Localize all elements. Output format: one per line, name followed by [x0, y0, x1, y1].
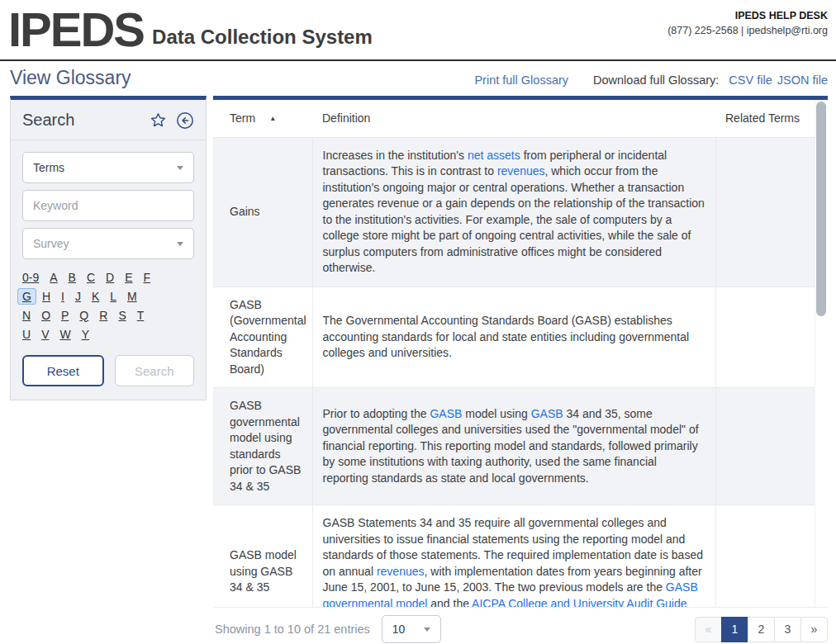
letter-link-u[interactable]: U: [22, 328, 31, 341]
csv-file-link[interactable]: CSV file: [729, 73, 772, 87]
brand: IPEDS Data Collection System: [8, 5, 373, 54]
glossary-actions: Print full Glossary Download full Glossa…: [474, 73, 828, 89]
table-scrollbar-track[interactable]: [815, 100, 828, 607]
search-button[interactable]: Search: [115, 355, 195, 386]
showing-entries-text: Showing 1 to 10 of 21 entries: [215, 623, 370, 636]
chevron-down-icon: [424, 627, 430, 632]
letter-link-q[interactable]: Q: [79, 309, 88, 322]
glossary-row: GainsIncreases in the institution's net …: [213, 137, 815, 286]
pagination-page-2-button[interactable]: 2: [748, 617, 775, 642]
brand-subtitle: Data Collection System: [152, 26, 373, 49]
letter-link-g[interactable]: G: [17, 288, 36, 305]
letter-link-r[interactable]: R: [99, 309, 107, 322]
letter-link-t[interactable]: T: [137, 309, 145, 322]
search-panel: Search Terms Survey 0-9ABCDEFGHIJKLMNOPQ…: [10, 96, 207, 400]
letter-link-k[interactable]: K: [92, 290, 99, 303]
page-bar: View Glossary Print full Glossary Downlo…: [0, 61, 836, 96]
help-desk-contact[interactable]: (877) 225-2568 | ipedshelp@rti.org: [667, 25, 828, 36]
reset-button[interactable]: Reset: [22, 355, 104, 386]
survey-dropdown-placeholder: Survey: [33, 237, 69, 250]
term-cell: GASB governmental model using standards …: [213, 388, 312, 505]
keyword-input[interactable]: [22, 190, 194, 221]
pagination-page-1-button[interactable]: 1: [721, 617, 748, 642]
sort-ascending-icon: ▲: [269, 115, 276, 122]
letter-link-p[interactable]: P: [61, 309, 69, 322]
column-header-term[interactable]: Term▲: [213, 100, 312, 137]
letter-link-v[interactable]: V: [41, 328, 49, 341]
letter-link-c[interactable]: C: [87, 271, 95, 284]
terms-dropdown-value: Terms: [33, 161, 64, 174]
download-full-glossary-label: Download full Glossary:: [593, 73, 719, 87]
pagination-next-button[interactable]: »: [800, 617, 828, 642]
letter-link-s[interactable]: S: [118, 309, 126, 322]
page-size-dropdown[interactable]: 10: [382, 615, 441, 643]
survey-dropdown[interactable]: Survey: [22, 228, 194, 259]
glossary-row: GASB (Governmental Accounting Standards …: [213, 286, 815, 388]
pagination-prev-button[interactable]: «: [695, 617, 722, 642]
related-terms-cell: [715, 137, 815, 286]
related-terms-cell: [715, 505, 815, 608]
chevron-down-icon: [177, 242, 183, 246]
letter-link-l[interactable]: L: [110, 290, 116, 303]
print-full-glossary-link[interactable]: Print full Glossary: [474, 73, 568, 87]
term-cell: Gains: [213, 137, 312, 286]
table-footer: Showing 1 to 10 of 21 entries 10 «123»: [213, 608, 828, 644]
letter-link-f[interactable]: F: [144, 271, 151, 284]
help-desk-title: IPEDS HELP DESK: [667, 10, 828, 21]
glossary-main: Term▲ Definition Related Terms GainsIncr…: [213, 96, 828, 644]
pagination-page-3-button[interactable]: 3: [774, 617, 801, 642]
pagination: «123»: [695, 617, 828, 642]
table-header-row: Term▲ Definition Related Terms: [213, 100, 815, 137]
letter-link-w[interactable]: W: [59, 328, 70, 341]
definition-cell: The Governmental Accounting Standards Bo…: [312, 286, 715, 388]
term-cell: GASB (Governmental Accounting Standards …: [213, 286, 312, 388]
definition-term-link[interactable]: GASB: [531, 407, 563, 420]
search-panel-body: Terms Survey 0-9ABCDEFGHIJKLMNOPQRSTUVWY…: [11, 140, 206, 400]
glossary-row: GASB governmental model using standards …: [213, 388, 815, 505]
letter-link-d[interactable]: D: [106, 271, 114, 284]
help-desk: IPEDS HELP DESK (877) 225-2568 | ipedshe…: [667, 5, 828, 36]
letter-link-y[interactable]: Y: [82, 328, 89, 341]
favorite-star-icon[interactable]: [150, 111, 167, 129]
letter-link-0-9[interactable]: 0-9: [22, 271, 39, 284]
content: Search Terms Survey 0-9ABCDEFGHIJKLMNOPQ…: [0, 96, 836, 644]
related-terms-cell: [715, 388, 815, 505]
definition-cell: GASB Statements 34 and 35 require all go…: [312, 505, 715, 608]
letter-link-h[interactable]: H: [42, 290, 50, 303]
glossary-row: GASB model using GASB 34 & 35GASB Statem…: [213, 505, 815, 608]
letter-link-j[interactable]: J: [75, 290, 81, 303]
definition-term-link[interactable]: revenues: [377, 565, 425, 578]
definition-term-link[interactable]: GASB: [430, 407, 462, 420]
letter-link-i[interactable]: I: [61, 290, 64, 303]
collapse-panel-arrow-icon[interactable]: [176, 111, 194, 130]
terms-dropdown[interactable]: Terms: [22, 152, 194, 183]
app-header: IPEDS Data Collection System IPEDS HELP …: [0, 0, 836, 59]
letter-link-e[interactable]: E: [125, 271, 132, 284]
related-terms-cell: [715, 286, 815, 388]
table-scrollbar-thumb[interactable]: [816, 102, 826, 316]
definition-term-link[interactable]: net assets: [468, 149, 520, 162]
json-file-link[interactable]: JSON file: [777, 73, 828, 87]
chevron-down-icon: [177, 166, 183, 170]
letter-link-a[interactable]: A: [50, 271, 57, 284]
term-cell: GASB model using GASB 34 & 35: [213, 505, 312, 608]
letter-link-n[interactable]: N: [22, 309, 31, 322]
definition-cell: Increases in the institution's net asset…: [312, 137, 715, 286]
glossary-table: Term▲ Definition Related Terms GainsIncr…: [213, 96, 828, 608]
page-size-value: 10: [392, 623, 406, 636]
alphabet-filter: 0-9ABCDEFGHIJKLMNOPQRSTUVWY: [22, 268, 194, 343]
definition-term-link[interactable]: revenues: [497, 164, 545, 178]
search-panel-header: Search: [11, 100, 206, 140]
letter-link-o[interactable]: O: [41, 309, 50, 322]
definition-cell: Prior to adopting the GASB model using G…: [312, 388, 715, 505]
ipeds-logo[interactable]: IPEDS: [8, 5, 144, 54]
page-title: View Glossary: [10, 67, 131, 89]
search-panel-title: Search: [22, 111, 74, 130]
column-header-definition[interactable]: Definition: [312, 100, 715, 137]
column-header-related-terms[interactable]: Related Terms: [715, 100, 815, 137]
letter-link-m[interactable]: M: [127, 290, 137, 303]
letter-link-b[interactable]: B: [69, 271, 76, 284]
